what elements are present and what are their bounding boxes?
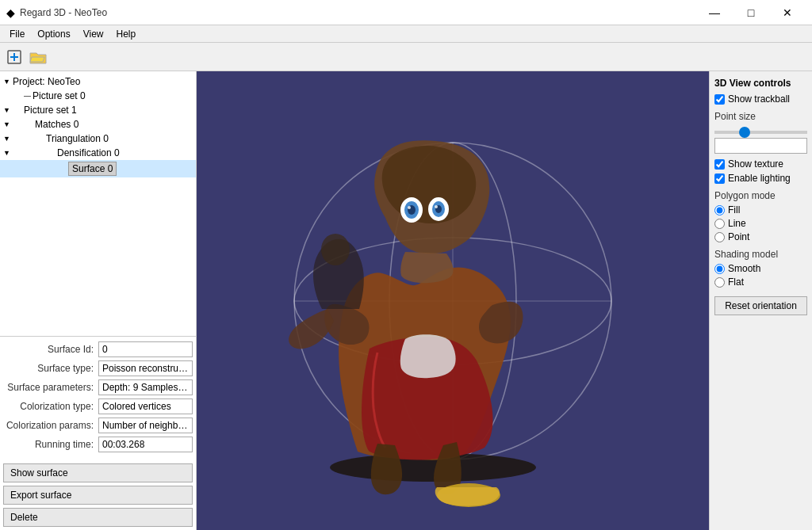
shading-flat-label: Flat bbox=[728, 276, 744, 288]
toggle-icon: ▼ bbox=[3, 120, 13, 128]
enable-lighting-row: Enable lighting bbox=[714, 173, 807, 184]
tree-item-picset1[interactable]: ▼ Picture set 1 bbox=[0, 103, 196, 117]
menu-options[interactable]: Options bbox=[31, 27, 76, 41]
open-project-button[interactable] bbox=[27, 46, 49, 68]
tree-item-densification0[interactable]: ▼ Densification 0 bbox=[0, 146, 196, 160]
title-bar: ◆ Regard 3D - NeoTeo — □ ✕ bbox=[0, 0, 812, 25]
shading-flat-row: Flat bbox=[714, 276, 807, 288]
prop-value: Colored vertices bbox=[98, 398, 193, 414]
window-title: Regard 3D - NeoTeo bbox=[20, 7, 696, 18]
menu-file[interactable]: File bbox=[3, 27, 31, 41]
show-trackball-label: Show trackball bbox=[728, 93, 790, 105]
polygon-line-radio[interactable] bbox=[714, 219, 725, 229]
toggle-icon: ▼ bbox=[3, 106, 13, 114]
reset-orientation-button[interactable]: Reset orientation bbox=[714, 296, 807, 315]
prop-label: Surface parameters: bbox=[3, 382, 98, 393]
tree-item-surface0[interactable]: Surface 0 bbox=[0, 160, 196, 177]
polygon-fill-radio[interactable] bbox=[714, 205, 725, 215]
prop-label: Colorization type: bbox=[3, 401, 98, 412]
export-surface-button[interactable]: Export surface bbox=[3, 486, 193, 505]
point-size-slider-container bbox=[714, 125, 807, 154]
show-trackball-row: Show trackball bbox=[714, 93, 807, 105]
polygon-fill-row: Fill bbox=[714, 204, 807, 215]
menu-view[interactable]: View bbox=[77, 27, 110, 41]
point-size-slider[interactable] bbox=[714, 131, 807, 134]
prop-running-time: Running time: 00:03.268 bbox=[3, 437, 193, 452]
controls-title: 3D View controls bbox=[714, 78, 807, 89]
surface-label: Surface 0 bbox=[68, 162, 117, 176]
shading-smooth-row: Smooth bbox=[714, 263, 807, 274]
prop-label: Surface type: bbox=[3, 363, 98, 374]
main-content: ▼ Project: NeoTeo — Picture set 0 ▼ Pict… bbox=[0, 71, 812, 530]
toggle-icon: ▼ bbox=[3, 149, 13, 157]
tree-item-picset0[interactable]: — Picture set 0 bbox=[0, 89, 196, 103]
enable-lighting-checkbox[interactable] bbox=[714, 173, 725, 184]
toolbar bbox=[0, 43, 812, 71]
polygon-fill-label: Fill bbox=[728, 204, 740, 215]
left-panel: ▼ Project: NeoTeo — Picture set 0 ▼ Pict… bbox=[0, 71, 197, 530]
tree-item-matches0[interactable]: ▼ Matches 0 bbox=[0, 117, 196, 132]
close-button[interactable]: ✕ bbox=[769, 0, 806, 25]
tree-item-triangulation0[interactable]: ▼ Triangulation 0 bbox=[0, 132, 196, 146]
new-project-button[interactable] bbox=[3, 46, 25, 68]
toggle-icon: ▼ bbox=[3, 135, 13, 143]
prop-value: Poisson reconstruction bbox=[98, 360, 193, 376]
prop-colorization-params: Colorization params: Number of neighbour… bbox=[3, 418, 193, 433]
polygon-line-row: Line bbox=[714, 218, 807, 229]
properties-panel: Surface Id: 0 Surface type: Poisson reco… bbox=[0, 336, 196, 460]
polygon-point-radio[interactable] bbox=[714, 232, 725, 242]
polygon-point-row: Point bbox=[714, 231, 807, 242]
right-panel: 3D View controls Show trackball Point si… bbox=[709, 71, 812, 530]
show-texture-checkbox[interactable] bbox=[714, 159, 725, 170]
menu-help[interactable]: Help bbox=[110, 27, 143, 41]
show-trackball-checkbox[interactable] bbox=[714, 94, 725, 105]
prop-value: 00:03.268 bbox=[98, 437, 193, 452]
prop-surface-id: Surface Id: 0 bbox=[3, 341, 193, 357]
prop-label: Running time: bbox=[3, 439, 98, 450]
show-texture-label: Show texture bbox=[728, 158, 783, 170]
tree-item-project[interactable]: ▼ Project: NeoTeo bbox=[0, 74, 196, 89]
shading-smooth-radio[interactable] bbox=[714, 264, 725, 274]
window-controls: — □ ✕ bbox=[696, 0, 806, 25]
polygon-point-label: Point bbox=[728, 231, 749, 242]
menu-bar: File Options View Help bbox=[0, 25, 812, 43]
prop-value: Number of neighbours bbox=[98, 418, 193, 433]
open-icon bbox=[29, 50, 47, 64]
app-icon: ◆ bbox=[6, 6, 15, 19]
svg-point-19 bbox=[321, 234, 350, 265]
prop-colorization-type: Colorization type: Colored vertices bbox=[3, 398, 193, 414]
prop-label: Surface Id: bbox=[3, 344, 98, 355]
enable-lighting-label: Enable lighting bbox=[728, 173, 791, 184]
shading-model-label: Shading model bbox=[714, 249, 807, 260]
maximize-button[interactable]: □ bbox=[733, 0, 769, 25]
prop-value: 0 bbox=[98, 341, 193, 357]
tree-view: ▼ Project: NeoTeo — Picture set 0 ▼ Pict… bbox=[0, 71, 196, 336]
toggle-icon: ▼ bbox=[3, 78, 13, 86]
svg-point-17 bbox=[435, 205, 438, 208]
svg-point-13 bbox=[408, 206, 411, 209]
prop-label: Colorization params: bbox=[3, 420, 98, 431]
viewport[interactable] bbox=[197, 71, 709, 530]
polygon-line-label: Line bbox=[728, 218, 746, 229]
point-size-value-box bbox=[714, 138, 807, 154]
action-buttons: Show surface Export surface Delete bbox=[0, 460, 196, 530]
viewport-svg bbox=[197, 71, 709, 530]
show-surface-button[interactable]: Show surface bbox=[3, 463, 193, 482]
prop-surface-type: Surface type: Poisson reconstruction bbox=[3, 360, 193, 376]
polygon-mode-label: Polygon mode bbox=[714, 190, 807, 201]
minimize-button[interactable]: — bbox=[696, 0, 733, 25]
shading-smooth-label: Smooth bbox=[728, 263, 760, 274]
delete-button[interactable]: Delete bbox=[3, 508, 193, 527]
prop-value: Depth: 9 Samples per M bbox=[98, 379, 193, 395]
prop-surface-params: Surface parameters: Depth: 9 Samples per… bbox=[3, 379, 193, 395]
point-size-label: Point size bbox=[714, 111, 807, 122]
dash-icon: — bbox=[24, 92, 31, 100]
new-icon bbox=[6, 49, 22, 65]
shading-flat-radio[interactable] bbox=[714, 277, 725, 288]
show-texture-row: Show texture bbox=[714, 158, 807, 170]
